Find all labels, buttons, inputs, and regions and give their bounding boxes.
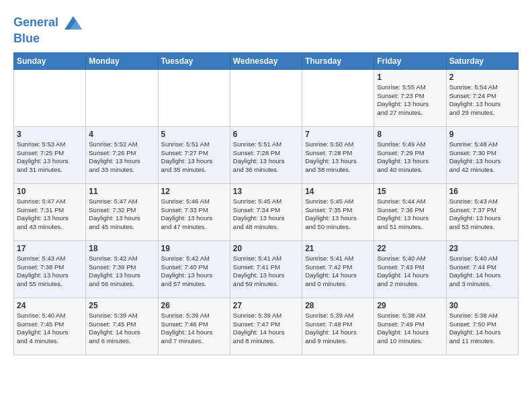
day-number: 9 [449,130,515,139]
calendar-cell: 10Sunrise: 5:47 AM Sunset: 7:31 PM Dayli… [14,183,86,240]
calendar-cell [14,69,86,126]
day-number: 12 [161,187,227,196]
weekday-header-tuesday: Tuesday [158,52,230,69]
weekday-header-sunday: Sunday [14,52,86,69]
calendar-cell: 18Sunrise: 5:42 AM Sunset: 7:39 PM Dayli… [86,240,158,298]
weekday-header-thursday: Thursday [302,52,374,69]
day-number: 20 [233,244,299,253]
day-info: Sunrise: 5:48 AM Sunset: 7:30 PM Dayligh… [449,140,515,175]
day-number: 25 [89,301,154,310]
day-number: 30 [449,301,515,310]
calendar-cell: 19Sunrise: 5:42 AM Sunset: 7:40 PM Dayli… [158,240,230,298]
day-info: Sunrise: 5:45 AM Sunset: 7:35 PM Dayligh… [305,197,371,232]
calendar-cell: 5Sunrise: 5:51 AM Sunset: 7:27 PM Daylig… [158,126,230,183]
calendar-cell: 11Sunrise: 5:47 AM Sunset: 7:32 PM Dayli… [86,183,158,240]
day-info: Sunrise: 5:42 AM Sunset: 7:40 PM Dayligh… [161,255,227,289]
day-info: Sunrise: 5:51 AM Sunset: 7:27 PM Dayligh… [161,140,227,175]
calendar-cell [302,69,374,126]
calendar-cell: 25Sunrise: 5:39 AM Sunset: 7:45 PM Dayli… [86,298,158,355]
day-info: Sunrise: 5:41 AM Sunset: 7:41 PM Dayligh… [233,255,299,289]
weekday-header-saturday: Saturday [446,52,518,69]
day-number: 21 [305,244,371,253]
day-info: Sunrise: 5:40 AM Sunset: 7:45 PM Dayligh… [17,312,83,346]
calendar-cell: 26Sunrise: 5:39 AM Sunset: 7:46 PM Dayli… [158,298,230,355]
day-info: Sunrise: 5:40 AM Sunset: 7:44 PM Dayligh… [449,255,515,289]
day-info: Sunrise: 5:39 AM Sunset: 7:46 PM Dayligh… [161,312,227,346]
weekday-header-friday: Friday [374,52,446,69]
day-info: Sunrise: 5:50 AM Sunset: 7:28 PM Dayligh… [305,140,371,175]
day-info: Sunrise: 5:40 AM Sunset: 7:43 PM Dayligh… [377,255,443,289]
calendar-cell: 28Sunrise: 5:39 AM Sunset: 7:48 PM Dayli… [302,298,374,355]
calendar-table: SundayMondayTuesdayWednesdayThursdayFrid… [13,52,519,355]
day-number: 7 [305,130,371,139]
calendar-cell: 6Sunrise: 5:51 AM Sunset: 7:28 PM Daylig… [230,126,302,183]
day-info: Sunrise: 5:39 AM Sunset: 7:48 PM Dayligh… [305,312,371,346]
calendar-cell: 3Sunrise: 5:53 AM Sunset: 7:25 PM Daylig… [14,126,86,183]
calendar-cell: 8Sunrise: 5:49 AM Sunset: 7:29 PM Daylig… [374,126,446,183]
day-number: 1 [377,73,443,82]
day-info: Sunrise: 5:42 AM Sunset: 7:39 PM Dayligh… [89,255,154,289]
day-info: Sunrise: 5:39 AM Sunset: 7:45 PM Dayligh… [89,312,154,346]
day-number: 22 [377,244,443,253]
day-number: 13 [233,187,299,196]
day-number: 17 [17,244,83,253]
page-header: General Blue [13,13,519,46]
day-number: 16 [449,187,515,196]
calendar-cell: 15Sunrise: 5:44 AM Sunset: 7:36 PM Dayli… [374,183,446,240]
day-number: 19 [161,244,227,253]
day-info: Sunrise: 5:43 AM Sunset: 7:37 PM Dayligh… [449,197,515,232]
day-info: Sunrise: 5:41 AM Sunset: 7:42 PM Dayligh… [305,255,371,289]
day-info: Sunrise: 5:39 AM Sunset: 7:47 PM Dayligh… [233,312,299,346]
day-number: 26 [161,301,227,310]
day-number: 28 [305,301,371,310]
calendar-cell [86,69,158,126]
day-info: Sunrise: 5:46 AM Sunset: 7:33 PM Dayligh… [161,197,227,232]
calendar-cell: 30Sunrise: 5:38 AM Sunset: 7:50 PM Dayli… [446,298,518,355]
calendar-cell: 24Sunrise: 5:40 AM Sunset: 7:45 PM Dayli… [14,298,86,355]
logo-blue: Blue [13,32,83,46]
day-info: Sunrise: 5:45 AM Sunset: 7:34 PM Dayligh… [233,197,299,232]
calendar-cell [158,69,230,126]
day-number: 23 [449,244,515,253]
day-info: Sunrise: 5:47 AM Sunset: 7:32 PM Dayligh… [89,197,154,232]
day-number: 10 [17,187,83,196]
day-info: Sunrise: 5:51 AM Sunset: 7:28 PM Dayligh… [233,140,299,175]
calendar-cell: 9Sunrise: 5:48 AM Sunset: 7:30 PM Daylig… [446,126,518,183]
logo: General Blue [13,13,83,46]
day-number: 29 [377,301,443,310]
day-info: Sunrise: 5:53 AM Sunset: 7:25 PM Dayligh… [17,140,83,175]
day-info: Sunrise: 5:55 AM Sunset: 7:23 PM Dayligh… [377,83,443,118]
calendar-cell: 17Sunrise: 5:43 AM Sunset: 7:38 PM Dayli… [14,240,86,298]
weekday-header-monday: Monday [86,52,158,69]
day-info: Sunrise: 5:44 AM Sunset: 7:36 PM Dayligh… [377,197,443,232]
day-number: 18 [89,244,154,253]
calendar-cell: 29Sunrise: 5:38 AM Sunset: 7:49 PM Dayli… [374,298,446,355]
day-number: 4 [89,130,154,139]
day-number: 2 [449,73,515,82]
day-info: Sunrise: 5:54 AM Sunset: 7:24 PM Dayligh… [449,83,515,118]
day-number: 3 [17,130,83,139]
calendar-cell: 7Sunrise: 5:50 AM Sunset: 7:28 PM Daylig… [302,126,374,183]
calendar-cell: 20Sunrise: 5:41 AM Sunset: 7:41 PM Dayli… [230,240,302,298]
calendar-cell: 13Sunrise: 5:45 AM Sunset: 7:34 PM Dayli… [230,183,302,240]
day-number: 5 [161,130,227,139]
calendar-cell: 23Sunrise: 5:40 AM Sunset: 7:44 PM Dayli… [446,240,518,298]
calendar-cell: 14Sunrise: 5:45 AM Sunset: 7:35 PM Dayli… [302,183,374,240]
calendar-cell [230,69,302,126]
day-number: 15 [377,187,443,196]
day-number: 24 [17,301,83,310]
day-info: Sunrise: 5:52 AM Sunset: 7:26 PM Dayligh… [89,140,154,175]
day-info: Sunrise: 5:43 AM Sunset: 7:38 PM Dayligh… [17,255,83,289]
calendar-cell: 21Sunrise: 5:41 AM Sunset: 7:42 PM Dayli… [302,240,374,298]
calendar-cell: 2Sunrise: 5:54 AM Sunset: 7:24 PM Daylig… [446,69,518,126]
day-info: Sunrise: 5:49 AM Sunset: 7:29 PM Dayligh… [377,140,443,175]
day-info: Sunrise: 5:38 AM Sunset: 7:50 PM Dayligh… [449,312,515,346]
day-number: 6 [233,130,299,139]
day-info: Sunrise: 5:47 AM Sunset: 7:31 PM Dayligh… [17,197,83,232]
day-number: 11 [89,187,154,196]
calendar-cell: 1Sunrise: 5:55 AM Sunset: 7:23 PM Daylig… [374,69,446,126]
calendar-cell: 27Sunrise: 5:39 AM Sunset: 7:47 PM Dayli… [230,298,302,355]
calendar-cell: 16Sunrise: 5:43 AM Sunset: 7:37 PM Dayli… [446,183,518,240]
calendar-cell: 4Sunrise: 5:52 AM Sunset: 7:26 PM Daylig… [86,126,158,183]
calendar-cell: 12Sunrise: 5:46 AM Sunset: 7:33 PM Dayli… [158,183,230,240]
